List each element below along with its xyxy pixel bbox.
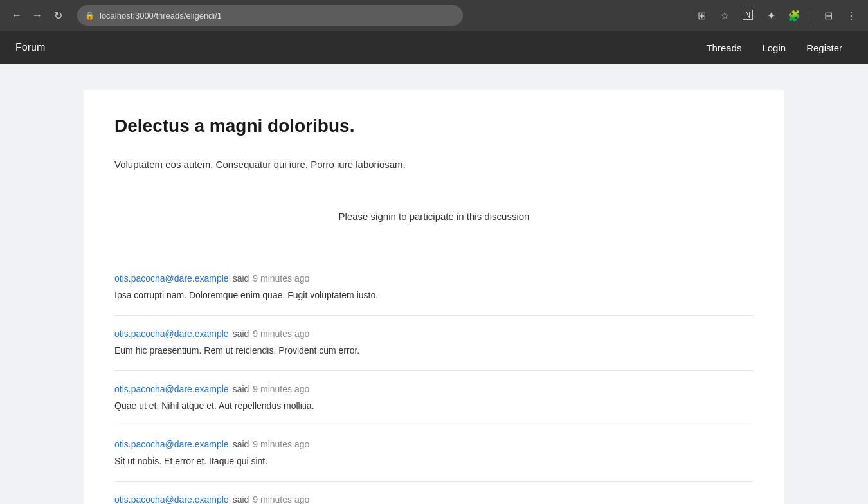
- reload-button[interactable]: ↻: [49, 6, 67, 24]
- nav-link-login[interactable]: Login: [752, 37, 796, 59]
- nav-link-threads[interactable]: Threads: [696, 37, 752, 59]
- browser-chrome: ← → ↻ 🔒 localhost:3000/threads/eligendi/…: [0, 0, 868, 31]
- comment-time: 9 minutes ago: [253, 439, 309, 449]
- lock-icon: 🔒: [85, 11, 95, 20]
- comment-meta: otis.pacocha@dare.example said 9 minutes…: [114, 273, 754, 284]
- nav-links: ThreadsLoginRegister: [696, 37, 853, 59]
- comment-author[interactable]: otis.pacocha@dare.example: [114, 273, 229, 284]
- nav-link-register[interactable]: Register: [796, 37, 853, 59]
- back-button[interactable]: ←: [8, 6, 26, 24]
- comment-item: otis.pacocha@dare.example said 9 minutes…: [114, 426, 754, 481]
- translate-button[interactable]: ⊞: [692, 6, 710, 24]
- menu-button[interactable]: ⋮: [842, 6, 860, 24]
- comment-said-label: said: [233, 439, 249, 449]
- comment-time: 9 minutes ago: [253, 384, 309, 394]
- browser-actions: ⊞ ☆ 🄽 ✦ 🧩 ⊟ ⋮: [692, 6, 860, 24]
- comment-time: 9 minutes ago: [253, 273, 309, 284]
- url-text: localhost:3000/threads/eligendi/1: [100, 11, 222, 21]
- comment-text: Sit ut nobis. Et error et. Itaque qui si…: [114, 455, 754, 468]
- comment-time: 9 minutes ago: [253, 328, 309, 339]
- comment-said-label: said: [233, 273, 249, 284]
- comments-section: otis.pacocha@dare.example said 9 minutes…: [114, 260, 754, 504]
- comment-text: Eum hic praesentium. Rem ut reiciendis. …: [114, 344, 754, 357]
- comment-time: 9 minutes ago: [253, 494, 309, 504]
- comment-meta: otis.pacocha@dare.example said 9 minutes…: [114, 384, 754, 394]
- forward-button[interactable]: →: [28, 6, 46, 24]
- divider-1: [811, 9, 811, 22]
- comment-author[interactable]: otis.pacocha@dare.example: [114, 384, 229, 394]
- comment-author[interactable]: otis.pacocha@dare.example: [114, 494, 229, 504]
- bookmark-button[interactable]: ☆: [716, 6, 734, 24]
- comment-said-label: said: [233, 384, 249, 394]
- notist-button[interactable]: 🄽: [739, 6, 757, 24]
- comment-item: otis.pacocha@dare.example said 9 minutes…: [114, 315, 754, 370]
- comment-meta: otis.pacocha@dare.example said 9 minutes…: [114, 494, 754, 504]
- comment-item: otis.pacocha@dare.example said 9 minutes…: [114, 481, 754, 504]
- comment-text: Ipsa corrupti nam. Doloremque enim quae.…: [114, 289, 754, 302]
- thread-body: Voluptatem eos autem. Consequatur qui iu…: [114, 157, 754, 172]
- comment-text: Quae ut et. Nihil atque et. Aut repellen…: [114, 399, 754, 413]
- signin-notice: Please signin to participate in this dis…: [114, 198, 754, 235]
- app-navbar: Forum ThreadsLoginRegister: [0, 31, 868, 64]
- puzzle-button[interactable]: 🧩: [785, 6, 803, 24]
- main-content: Delectus a magni doloribus. Voluptatem e…: [0, 64, 868, 504]
- nav-brand[interactable]: Forum: [15, 42, 45, 53]
- comment-author[interactable]: otis.pacocha@dare.example: [114, 328, 229, 339]
- extensions-button[interactable]: ✦: [762, 6, 780, 24]
- sidebar-button[interactable]: ⊟: [819, 6, 837, 24]
- comment-meta: otis.pacocha@dare.example said 9 minutes…: [114, 439, 754, 449]
- content-card: Delectus a magni doloribus. Voluptatem e…: [84, 90, 784, 504]
- comment-said-label: said: [233, 494, 249, 504]
- address-bar[interactable]: 🔒 localhost:3000/threads/eligendi/1: [77, 5, 463, 26]
- comment-meta: otis.pacocha@dare.example said 9 minutes…: [114, 328, 754, 339]
- browser-nav-buttons: ← → ↻: [8, 6, 67, 24]
- comment-item: otis.pacocha@dare.example said 9 minutes…: [114, 260, 754, 315]
- comment-item: otis.pacocha@dare.example said 9 minutes…: [114, 370, 754, 426]
- thread-title: Delectus a magni doloribus.: [114, 116, 754, 136]
- comment-said-label: said: [233, 328, 249, 339]
- comment-author[interactable]: otis.pacocha@dare.example: [114, 439, 229, 449]
